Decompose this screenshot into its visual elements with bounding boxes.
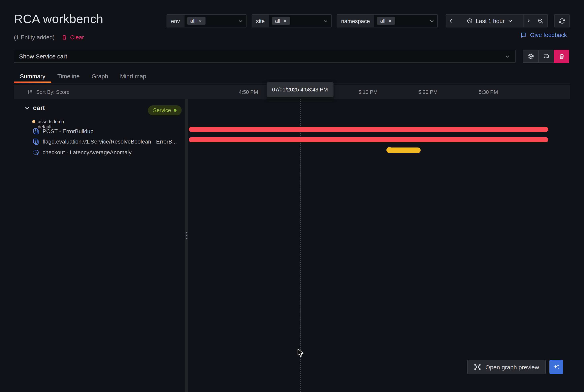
scope-env: assertsdemo (38, 119, 64, 124)
time-axis: 4:50 PM5:10 PM5:20 PM5:30 PM (188, 85, 570, 99)
time-range-back-button[interactable] (446, 14, 456, 28)
sort-icon (27, 89, 33, 95)
time-tick-label: 5:30 PM (479, 85, 498, 99)
entity-select[interactable]: Show Service cart (14, 50, 516, 63)
namespace-filter-select[interactable]: all (374, 14, 438, 28)
settings-button[interactable] (523, 50, 538, 63)
trash-icon (62, 34, 68, 40)
entity-node-cart[interactable]: cart (24, 104, 45, 112)
close-icon[interactable] (388, 19, 392, 23)
sort-by-control[interactable]: Sort By: Score (27, 85, 70, 99)
entity-action-buttons (523, 50, 569, 63)
timeline-bar[interactable] (389, 147, 421, 153)
env-dot-icon (32, 120, 36, 123)
namespace-filter-label: namespace (337, 14, 374, 28)
open-graph-preview-label: Open graph preview (486, 364, 539, 370)
chevron-down-icon (429, 18, 434, 24)
entity-tree-panel: cart Service assertsdemo default POST - … (14, 99, 185, 392)
site-filter-select[interactable]: all (269, 14, 332, 28)
sort-by-label: Sort By: Score (36, 89, 70, 95)
tab-graph[interactable]: Graph (86, 69, 114, 83)
entity-count-label: (1 Entity added) (14, 34, 55, 40)
namespace-filter-tag: all (377, 17, 395, 25)
list-search-icon (543, 53, 550, 60)
entity-type-badge: Service (148, 105, 182, 115)
zoom-out-icon (537, 18, 544, 24)
timeline-bar[interactable] (189, 127, 548, 132)
traffic-light-icon (32, 128, 39, 134)
time-tick-label: 5:10 PM (358, 85, 378, 99)
site-filter-value: all (275, 18, 280, 24)
env-filter-tag: all (187, 17, 205, 25)
playhead-line (300, 99, 300, 392)
chevron-down-icon (504, 53, 510, 59)
network-icon (474, 364, 481, 370)
clear-label: Clear (70, 34, 84, 40)
chevron-right-icon (526, 18, 531, 24)
timeline-chart (188, 99, 570, 392)
page-title: RCA workbench (14, 12, 103, 26)
gear-icon (527, 53, 534, 60)
search-assertions-button[interactable] (538, 50, 554, 63)
delete-entity-button[interactable] (554, 50, 569, 63)
view-tabs: Summary Timeline Graph Mind map (14, 69, 570, 84)
drag-handle-icon (186, 232, 187, 239)
close-icon[interactable] (283, 19, 287, 23)
entity-type-label: Service (153, 107, 171, 113)
clock-icon (466, 18, 472, 24)
namespace-filter-value: all (380, 18, 386, 24)
time-tooltip-text: 07/01/2025 4:58:43 PM (272, 87, 328, 93)
rca-workbench-page: RCA workbench (1 Entity added) Clear Giv… (0, 0, 584, 392)
tab-timeline[interactable]: Timeline (51, 69, 86, 83)
close-icon[interactable] (198, 19, 202, 23)
ai-assistant-button[interactable] (550, 360, 563, 374)
assertion-label: flagd.evaluation.v1.Service/ResolveBoole… (42, 138, 177, 145)
namespace-filter: namespace all (337, 14, 438, 28)
sparkles-icon (553, 364, 560, 370)
entity-select-value: Show Service cart (19, 53, 67, 60)
refresh-icon (559, 18, 565, 24)
traffic-light-icon (32, 138, 39, 145)
time-range-label: Last 1 hour (476, 18, 504, 24)
clear-entities-button[interactable]: Clear (62, 34, 84, 40)
zoom-out-time-button[interactable] (534, 14, 548, 28)
env-filter: env all (166, 14, 246, 28)
assertion-label: checkout - LatencyAverageAnomaly (42, 149, 132, 156)
assertion-row[interactable]: flagd.evaluation.v1.Service/ResolveBoole… (32, 136, 185, 147)
chevron-down-icon (323, 18, 328, 24)
time-range-picker[interactable]: Last 1 hour (456, 14, 524, 28)
site-filter: site all (252, 14, 332, 28)
site-filter-tag: all (272, 17, 290, 25)
tab-summary[interactable]: Summary (14, 69, 51, 83)
time-tick-label: 5:20 PM (418, 85, 438, 99)
assertion-row[interactable]: checkout - LatencyAverageAnomaly (32, 147, 185, 158)
status-dot (174, 109, 176, 112)
time-tick-label: 4:50 PM (239, 85, 258, 99)
tab-mind-map[interactable]: Mind map (114, 69, 152, 83)
env-filter-select[interactable]: all (184, 14, 246, 28)
site-filter-label: site (252, 14, 269, 28)
refresh-button[interactable] (554, 14, 570, 28)
clock-anomaly-icon (32, 149, 39, 156)
chevron-down-icon[interactable] (24, 105, 30, 111)
trash-icon (558, 53, 565, 60)
give-feedback-label: Give feedback (530, 32, 567, 38)
comment-icon (520, 32, 527, 38)
time-tooltip: 07/01/2025 4:58:43 PM (266, 82, 334, 97)
timeline-bar[interactable] (189, 137, 548, 142)
chevron-down-icon (238, 18, 243, 24)
open-graph-preview-button[interactable]: Open graph preview (467, 360, 546, 374)
chevron-down-icon (508, 18, 513, 24)
env-filter-label: env (166, 14, 184, 28)
chevron-left-icon (448, 18, 454, 24)
time-range-forward-button[interactable] (523, 14, 534, 28)
assertion-label: POST - ErrorBuildup (42, 128, 94, 134)
panel-resize-handle[interactable] (185, 99, 188, 392)
entity-summary-row: (1 Entity added) Clear (14, 34, 84, 40)
entity-name: cart (33, 104, 45, 112)
assertion-row[interactable]: POST - ErrorBuildup (32, 126, 185, 136)
give-feedback-link[interactable]: Give feedback (520, 32, 567, 38)
env-filter-value: all (190, 18, 196, 24)
